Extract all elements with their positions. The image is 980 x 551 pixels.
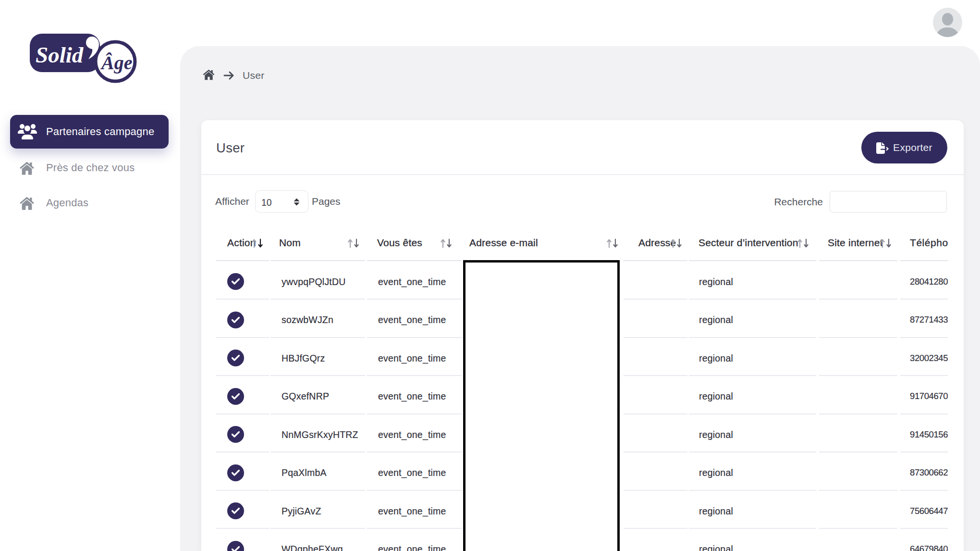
svg-text:Âge: Âge: [100, 52, 132, 74]
svg-text:Solid: Solid: [36, 42, 84, 67]
